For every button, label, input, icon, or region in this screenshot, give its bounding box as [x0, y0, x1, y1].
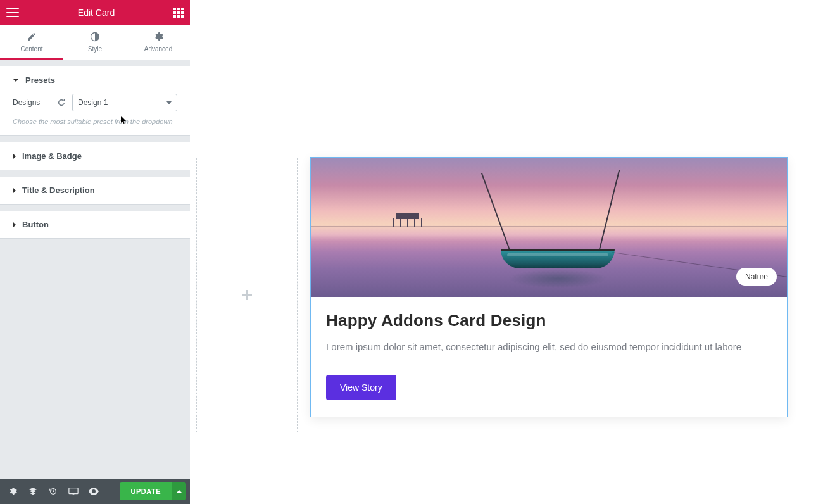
preview-canvas: Nature Happy Addons Card Design Lorem ip…: [190, 0, 823, 504]
preview-icon[interactable]: [85, 482, 103, 500]
section-image-badge-title: Image & Badge: [22, 151, 82, 161]
chevron-down-icon: [166, 101, 172, 104]
update-button[interactable]: UPDATE: [120, 482, 172, 500]
caret-right-icon: [13, 222, 16, 228]
tab-content[interactable]: Content: [0, 25, 63, 60]
settings-icon[interactable]: [4, 482, 22, 500]
sidebar-header: Edit Card: [0, 0, 190, 25]
card-widget[interactable]: Nature Happy Addons Card Design Lorem ip…: [310, 157, 788, 417]
section-button: Button: [0, 211, 190, 239]
designs-label: Designs: [13, 98, 57, 107]
caret-right-icon: [13, 187, 16, 194]
gear-icon: [153, 32, 163, 42]
bottom-bar: UPDATE: [0, 479, 190, 504]
section-image-badge: Image & Badge: [0, 142, 190, 170]
contrast-icon: [90, 32, 100, 42]
tabs: Content Style Advanced: [0, 25, 190, 60]
responsive-icon[interactable]: [65, 482, 82, 500]
section-button-header[interactable]: Button: [0, 211, 190, 238]
card-button[interactable]: View Story: [326, 375, 396, 400]
widgets-icon[interactable]: [173, 8, 184, 18]
card-description: Lorem ipsum dolor sit amet, consectetur …: [326, 339, 772, 355]
history-icon[interactable]: [44, 482, 62, 500]
tab-content-label: Content: [20, 46, 42, 53]
pencil-icon: [27, 32, 37, 42]
section-title-description-header[interactable]: Title & Description: [0, 177, 190, 204]
designs-select[interactable]: Design 1: [72, 94, 177, 111]
caret-right-icon: [13, 153, 16, 160]
refresh-icon[interactable]: [57, 98, 66, 107]
card-badge: Nature: [736, 268, 777, 286]
section-presets-title: Presets: [25, 75, 55, 85]
tab-style-label: Style: [88, 46, 102, 53]
card-title: Happy Addons Card Design: [326, 311, 772, 331]
drop-zone-left[interactable]: [196, 158, 298, 432]
editor-sidebar: Edit Card Content Style Advanced Presets…: [0, 0, 190, 504]
menu-icon[interactable]: [6, 8, 19, 17]
section-title-desc-title: Title & Description: [22, 186, 95, 195]
navigator-icon[interactable]: [24, 482, 42, 500]
section-title-description: Title & Description: [0, 177, 190, 205]
plus-icon: [240, 288, 254, 302]
caret-up-icon: [177, 490, 182, 493]
tab-style[interactable]: Style: [63, 25, 127, 60]
svg-rect-1: [69, 488, 78, 494]
tab-advanced[interactable]: Advanced: [127, 25, 190, 60]
header-title: Edit Card: [78, 8, 115, 18]
designs-select-value: Design 1: [78, 98, 108, 107]
caret-down-icon: [13, 79, 19, 82]
card-image: Nature: [311, 158, 787, 297]
section-button-title: Button: [22, 220, 49, 229]
section-presets-header[interactable]: Presets: [0, 66, 190, 94]
section-image-badge-header[interactable]: Image & Badge: [0, 142, 190, 170]
update-more-button[interactable]: [172, 482, 186, 500]
tab-advanced-label: Advanced: [144, 46, 172, 53]
section-presets: Presets Designs Design 1 Choose the most…: [0, 66, 190, 136]
drop-zone-right[interactable]: [807, 158, 823, 432]
presets-hint: Choose the most suitable preset from the…: [13, 118, 177, 125]
